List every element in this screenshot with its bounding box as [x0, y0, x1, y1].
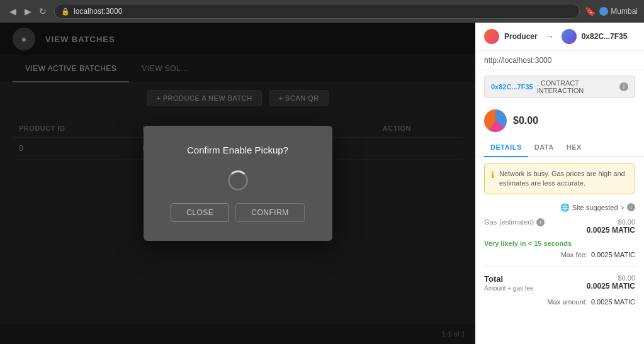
tab-hex[interactable]: HEX — [560, 138, 588, 157]
main-container: ● VIEW BATCHES VIEW ACTIVE BATCHES VIEW … — [0, 23, 644, 344]
mm-likely: Very likely in < 15 seconds — [475, 238, 644, 250]
to-address: 0x82C...7F35 — [582, 32, 628, 41]
mm-scroll-area[interactable]: http://localhost:3000 0x82C...7F35 : CON… — [475, 51, 644, 344]
mm-maxamount-row: Max amount: 0.0025 MATIC — [475, 297, 644, 311]
modal-actions: CLOSE CONFIRM — [169, 203, 307, 222]
gas-usd: $0.00 — [587, 218, 635, 226]
total-matic: 0.0025 MATIC — [587, 282, 635, 291]
app-area: ● VIEW BATCHES VIEW ACTIVE BATCHES VIEW … — [0, 23, 475, 344]
total-label: Total — [484, 274, 534, 284]
tab-data[interactable]: DATA — [528, 138, 560, 157]
token-icon — [484, 109, 507, 132]
gas-estimated: (estimated) — [499, 218, 534, 226]
contract-address: 0x82C...7F35 — [491, 83, 533, 91]
total-right: $0.00 0.0025 MATIC — [587, 274, 635, 291]
url-text: localhost:3000 — [74, 7, 122, 16]
arrow-icon: → — [545, 31, 554, 42]
confirm-button[interactable]: CONFIRM — [235, 203, 305, 222]
close-button[interactable]: CLOSE — [171, 203, 229, 222]
modal-overlay: Confirm Enable Pickup? CLOSE CONFIRM — [0, 23, 475, 344]
contract-type-label: : CONTRACT INTERACTION — [537, 79, 616, 94]
producer-account-icon — [484, 29, 499, 44]
mumbai-label: Mumbai — [611, 7, 638, 16]
max-fee-label: Max fee: — [561, 251, 587, 258]
site-suggested-label: Site suggested — [572, 204, 618, 211]
gas-label: Gas (estimated) i — [484, 218, 545, 226]
mm-divider — [484, 266, 635, 267]
browser-nav-buttons: ◀ ▶ ↻ — [6, 5, 49, 18]
gas-info-icon[interactable]: i — [536, 218, 545, 226]
metamask-panel: Producer → 0x82C...7F35 http://localhost… — [475, 23, 644, 344]
loading-spinner — [228, 170, 248, 191]
mm-tabs: DETAILS DATA HEX — [475, 138, 644, 157]
mumbai-dot — [599, 7, 608, 16]
mm-gas-row: Gas (estimated) i $0.00 0.0025 MATIC — [475, 214, 644, 238]
mm-site-suggested[interactable]: 🌐 Site suggested > i — [475, 201, 644, 214]
tab-details[interactable]: DETAILS — [484, 138, 528, 157]
mm-contract-tag: 0x82C...7F35 : CONTRACT INTERACTION i — [484, 75, 635, 98]
gas-text: Gas — [484, 218, 497, 226]
url-bar[interactable]: 🔒 localhost:3000 — [54, 4, 580, 19]
mm-network-warning: ℹ Network is busy. Gas prices are high a… — [484, 164, 635, 194]
globe-icon: 🌐 — [560, 203, 570, 212]
lock-icon: 🔒 — [61, 8, 70, 16]
modal-title: Confirm Enable Pickup? — [169, 145, 307, 155]
mm-warning-text: Network is busy. Gas prices are high and… — [499, 169, 628, 189]
mm-url: http://localhost:3000 — [475, 51, 644, 70]
total-usd: $0.00 — [587, 274, 635, 282]
mm-maxfee-row: Max fee: 0.0025 MATIC — [475, 250, 644, 264]
mm-header: Producer → 0x82C...7F35 — [475, 23, 644, 51]
mm-amount-area: $0.00 — [475, 103, 644, 138]
to-account-icon — [562, 29, 577, 44]
forward-button[interactable]: ▶ — [21, 5, 34, 18]
producer-account-name: Producer — [504, 32, 538, 41]
contract-info-icon[interactable]: i — [619, 82, 628, 91]
total-left: Total Amount + gas fee — [484, 274, 534, 292]
confirm-modal: Confirm Enable Pickup? CLOSE CONFIRM — [144, 126, 332, 241]
max-amount-label: Max amount: — [547, 298, 587, 306]
mm-total-row: Total Amount + gas fee $0.00 0.0025 MATI… — [475, 269, 644, 297]
reload-button[interactable]: ↻ — [37, 5, 49, 18]
warning-icon: ℹ — [491, 170, 494, 180]
browser-actions: 🔖 Mumbai — [585, 6, 638, 16]
total-sublabel: Amount + gas fee — [484, 285, 534, 292]
bookmark-button[interactable]: 🔖 — [585, 6, 596, 16]
mm-amount: $0.00 — [513, 115, 538, 126]
max-amount-val: 0.0025 MATIC — [591, 298, 635, 306]
gas-matic: 0.0025 MATIC — [587, 226, 635, 235]
browser-bar: ◀ ▶ ↻ 🔒 localhost:3000 🔖 Mumbai — [0, 0, 644, 23]
back-button[interactable]: ◀ — [6, 5, 19, 18]
mumbai-indicator: Mumbai — [599, 7, 638, 16]
chevron-right-icon: > — [621, 204, 624, 211]
site-suggested-info-icon[interactable]: i — [627, 203, 635, 211]
max-fee-val: 0.0025 MATIC — [591, 251, 635, 258]
gas-right: $0.00 0.0025 MATIC — [587, 218, 635, 235]
